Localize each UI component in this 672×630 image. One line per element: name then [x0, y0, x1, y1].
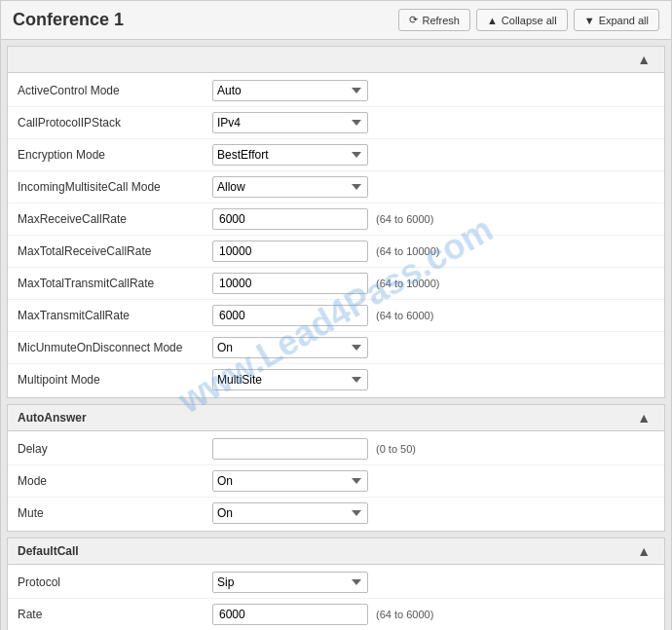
autoanswer-delay-control: (0 to 50) — [212, 438, 654, 460]
collapse-all-button[interactable]: ▲ Collapse all — [476, 9, 568, 31]
mic-unmute-on-disconnect-mode-select[interactable]: OnOff — [212, 337, 368, 358]
page-header: Conference 1 ⟳ Refresh ▲ Collapse all ▼ … — [1, 1, 671, 40]
mic-unmute-on-disconnect-mode-control: OnOff — [212, 337, 654, 358]
field-max-transmit-call-rate: MaxTransmitCallRate (64 to 6000) — [8, 300, 664, 332]
active-control-mode-select[interactable]: AutoOff — [212, 80, 368, 101]
encryption-mode-control: BestEffortOnOff — [212, 144, 654, 166]
section-auto-answer-header: AutoAnswer ▲ — [8, 405, 664, 431]
default-call-protocol-control: SipH320H323 — [212, 572, 654, 593]
field-max-receive-call-rate: MaxReceiveCallRate (64 to 6000) — [8, 204, 664, 236]
incoming-multisite-call-mode-select[interactable]: AllowDeny — [212, 176, 368, 198]
autoanswer-mode-label: Mode — [18, 474, 212, 488]
autoanswer-mute-select[interactable]: OnOff — [212, 502, 368, 524]
section-default-call-label: DefaultCall — [18, 544, 79, 558]
field-autoanswer-delay: Delay (0 to 50) — [8, 433, 664, 465]
expand-all-button[interactable]: ▼ Expand all — [574, 9, 659, 31]
page-container: Conference 1 ⟳ Refresh ▲ Collapse all ▼ … — [0, 0, 672, 630]
section-default-call-collapse-btn[interactable]: ▲ — [633, 543, 654, 559]
incoming-multisite-call-mode-control: AllowDeny — [212, 176, 654, 198]
field-autoanswer-mute: Mute OnOff — [8, 498, 664, 529]
section-default-call: DefaultCall ▲ Protocol SipH320H323 Rate — [7, 537, 665, 630]
default-call-protocol-label: Protocol — [18, 575, 212, 589]
section-default-call-header: DefaultCall ▲ — [8, 538, 664, 565]
autoanswer-mute-label: Mute — [18, 506, 212, 520]
refresh-icon: ⟳ — [409, 14, 418, 26]
autoanswer-mode-select[interactable]: OnOff — [212, 470, 368, 492]
active-control-mode-label: ActiveControl Mode — [18, 84, 212, 97]
field-encryption-mode: Encryption Mode BestEffortOnOff — [8, 139, 664, 171]
max-transmit-call-rate-control: (64 to 6000) — [212, 305, 654, 326]
max-total-receive-call-rate-hint: (64 to 10000) — [376, 245, 439, 257]
field-default-call-protocol: Protocol SipH320H323 — [8, 567, 664, 599]
call-protocol-ip-stack-label: CallProtocolIPStack — [18, 116, 212, 130]
max-transmit-call-rate-hint: (64 to 6000) — [376, 310, 433, 321]
section-general-header: ▲ — [8, 47, 664, 73]
multipoint-mode-select[interactable]: MultiSiteAutoOff — [212, 369, 368, 390]
call-protocol-ip-stack-select[interactable]: IPv4IPv6Dual — [212, 112, 368, 133]
section-default-call-body: Protocol SipH320H323 Rate (64 to 6000) — [8, 565, 664, 630]
field-max-total-receive-call-rate: MaxTotalReceiveCallRate (64 to 10000) — [8, 236, 664, 268]
field-incoming-multisite-call-mode: IncomingMultisiteCall Mode AllowDeny — [8, 171, 664, 204]
autoanswer-delay-input[interactable] — [212, 438, 368, 460]
section-auto-answer-collapse-btn[interactable]: ▲ — [633, 410, 654, 426]
autoanswer-delay-label: Delay — [18, 442, 212, 456]
section-general-collapse-btn[interactable]: ▲ — [633, 52, 654, 67]
section-auto-answer-label: AutoAnswer — [18, 411, 87, 425]
max-total-receive-call-rate-control: (64 to 10000) — [212, 241, 654, 262]
mic-unmute-on-disconnect-mode-label: MicUnmuteOnDisconnect Mode — [18, 341, 212, 354]
section-auto-answer-body: Delay (0 to 50) Mode OnOff Mute — [8, 431, 664, 531]
collapse-icon: ▲ — [487, 15, 498, 26]
content-area: ▲ ActiveControl Mode AutoOff CallProtoco… — [1, 40, 671, 630]
section-general: ▲ ActiveControl Mode AutoOff CallProtoco… — [7, 46, 665, 398]
active-control-mode-control: AutoOff — [212, 80, 654, 101]
section-general-body: ActiveControl Mode AutoOff CallProtocolI… — [8, 73, 664, 397]
field-default-call-rate: Rate (64 to 6000) — [8, 599, 664, 630]
max-total-transmit-call-rate-label: MaxTotalTransmitCallRate — [18, 277, 212, 290]
max-receive-call-rate-control: (64 to 6000) — [212, 208, 654, 230]
max-total-receive-call-rate-input[interactable] — [212, 241, 368, 262]
max-receive-call-rate-hint: (64 to 6000) — [376, 213, 433, 225]
max-receive-call-rate-label: MaxReceiveCallRate — [18, 212, 212, 226]
max-receive-call-rate-input[interactable] — [212, 208, 368, 230]
max-total-transmit-call-rate-input[interactable] — [212, 273, 368, 294]
field-max-total-transmit-call-rate: MaxTotalTransmitCallRate (64 to 10000) — [8, 268, 664, 300]
multipoint-mode-label: Multipoint Mode — [18, 373, 212, 387]
field-call-protocol-ip-stack: CallProtocolIPStack IPv4IPv6Dual — [8, 107, 664, 139]
call-protocol-ip-stack-control: IPv4IPv6Dual — [212, 112, 654, 133]
max-total-receive-call-rate-label: MaxTotalReceiveCallRate — [18, 244, 212, 258]
page-title: Conference 1 — [13, 10, 124, 30]
autoanswer-mode-control: OnOff — [212, 470, 654, 492]
field-active-control-mode: ActiveControl Mode AutoOff — [8, 75, 664, 107]
default-call-rate-input[interactable] — [212, 604, 368, 625]
default-call-rate-control: (64 to 6000) — [212, 604, 654, 625]
field-autoanswer-mode: Mode OnOff — [8, 465, 664, 498]
expand-icon: ▼ — [584, 15, 595, 26]
encryption-mode-label: Encryption Mode — [18, 148, 212, 162]
encryption-mode-select[interactable]: BestEffortOnOff — [212, 144, 368, 166]
refresh-button[interactable]: ⟳ Refresh — [398, 9, 470, 31]
default-call-protocol-select[interactable]: SipH320H323 — [212, 572, 368, 593]
autoanswer-mute-control: OnOff — [212, 502, 654, 524]
header-buttons: ⟳ Refresh ▲ Collapse all ▼ Expand all — [398, 9, 659, 31]
incoming-multisite-call-mode-label: IncomingMultisiteCall Mode — [18, 180, 212, 194]
field-mic-unmute-on-disconnect-mode: MicUnmuteOnDisconnect Mode OnOff — [8, 332, 664, 364]
section-auto-answer: AutoAnswer ▲ Delay (0 to 50) Mode OnOff — [7, 404, 665, 532]
field-multipoint-mode: Multipoint Mode MultiSiteAutoOff — [8, 364, 664, 395]
default-call-rate-label: Rate — [18, 608, 212, 621]
default-call-rate-hint: (64 to 6000) — [376, 609, 433, 620]
multipoint-mode-control: MultiSiteAutoOff — [212, 369, 654, 390]
autoanswer-delay-hint: (0 to 50) — [376, 443, 416, 455]
max-transmit-call-rate-label: MaxTransmitCallRate — [18, 309, 212, 322]
max-total-transmit-call-rate-control: (64 to 10000) — [212, 273, 654, 294]
max-transmit-call-rate-input[interactable] — [212, 305, 368, 326]
max-total-transmit-call-rate-hint: (64 to 10000) — [376, 278, 439, 289]
